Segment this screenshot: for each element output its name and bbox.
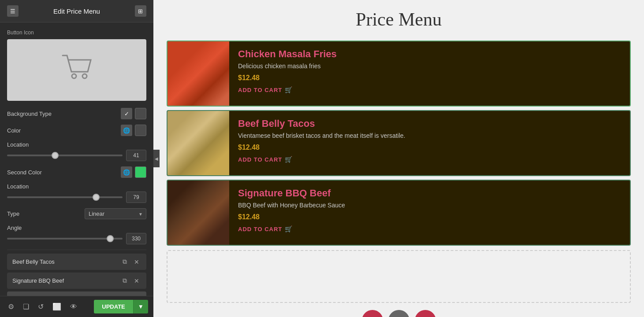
layers-icon-button[interactable]: ❏ [20, 301, 32, 313]
second-color-controls: 🌐 [121, 166, 146, 178]
button-icon-label: Button Icon [7, 29, 146, 36]
menu-item-name-1: Beef Belly Tacos [238, 118, 621, 129]
update-dropdown-button[interactable]: ▼ [133, 300, 148, 313]
second-location-label: Location [7, 183, 146, 190]
menu-item-desc-2: BBQ Beef with Honey Barbecue Sauce [238, 202, 621, 209]
background-type-row: Background Type ✓ [7, 108, 146, 119]
angle-value: 330 [126, 233, 146, 244]
list-item: Beef Belly Tacos ⧉ ✕ [7, 254, 146, 270]
main-content: Price Menu Chicken Masala Fries Deliciou… [153, 0, 644, 317]
background-type-controls: ✓ [121, 108, 146, 119]
location-slider-container: 41 [7, 150, 146, 161]
angle-slider-container: 330 [7, 233, 146, 244]
second-location-slider-container: 79 [7, 192, 146, 203]
history-icon-button[interactable]: ↺ [35, 301, 46, 313]
copy-item-0-button[interactable]: ⧉ [121, 257, 129, 266]
grid-icon: ⊞ [138, 8, 143, 15]
button-icon-preview [7, 39, 146, 101]
add-to-cart-2-button[interactable]: ADD TO CART [238, 225, 293, 232]
remove-item-1-button[interactable]: ✕ [132, 276, 141, 285]
angle-slider[interactable] [7, 238, 123, 240]
type-label: Type [7, 210, 19, 217]
second-color-swatch[interactable] [135, 166, 146, 178]
items-list: Beef Belly Tacos ⧉ ✕ Signature BBQ Beef … [7, 254, 146, 289]
panel-header: ☰ Edit Price Menu ⊞ [0, 0, 153, 22]
eye-icon-button[interactable]: 👁 [67, 301, 80, 313]
menu-icon: ☰ [10, 8, 15, 15]
angle-label: Angle [7, 225, 146, 231]
globe-button[interactable]: 🌐 [121, 125, 132, 136]
menu-item-details-2: Signature BBQ Beef BBQ Beef with Honey B… [229, 181, 630, 245]
add-item-button[interactable]: + ADD ITEM [7, 291, 146, 296]
grid-icon-button[interactable]: ⊞ [135, 5, 146, 17]
list-item: Signature BBQ Beef ⧉ ✕ [7, 273, 146, 289]
menu-item-img-2 [168, 181, 229, 245]
menu-icon-button[interactable]: ☰ [7, 5, 19, 17]
type-select-wrapper: Linear Radial [85, 208, 146, 219]
location-value: 41 [126, 150, 146, 161]
add-to-cart-0-button[interactable]: ADD TO CART [238, 86, 293, 93]
menu-item-desc-1: Vientamese beef brisket tacos and the me… [238, 132, 621, 139]
menu-item-desc-0: Delicious chicken masala fries [238, 63, 621, 70]
menu-item-card-0: Chicken Masala Fries Delicious chicken m… [167, 41, 631, 107]
menu-item-price-0: $12.48 [238, 74, 621, 82]
second-color-row: Second Color 🌐 [7, 166, 146, 178]
location-label: Location [7, 141, 146, 148]
panel-title: Edit Price Menu [53, 7, 100, 15]
second-globe-button[interactable]: 🌐 [121, 166, 132, 178]
menu-item-card-2: Signature BBQ Beef BBQ Beef with Honey B… [167, 180, 631, 246]
bg-type-swatch[interactable] [135, 108, 146, 119]
color-row: Color 🌐 [7, 125, 146, 136]
menu-item-price-1: $12.48 [238, 144, 621, 151]
type-select[interactable]: Linear Radial [85, 208, 146, 219]
fab-edit-button[interactable]: EK [415, 310, 436, 317]
device-icon-button[interactable]: ⬜ [50, 301, 64, 313]
update-btn-group: UPDATE ▼ [94, 300, 148, 313]
fab-add-button[interactable]: + [362, 310, 383, 317]
svg-point-0 [72, 74, 76, 78]
color-swatch[interactable] [135, 125, 146, 136]
background-type-label: Background Type [7, 111, 52, 117]
add-to-cart-1-button[interactable]: ADD TO CART [238, 156, 293, 163]
remove-item-0-button[interactable]: ✕ [132, 258, 141, 266]
panel-collapse-button[interactable]: ◀ [153, 150, 160, 167]
copy-item-1-button[interactable]: ⧉ [121, 276, 129, 285]
main-area: Price Menu Chicken Masala Fries Deliciou… [153, 0, 644, 317]
left-panel: ☰ Edit Price Menu ⊞ Button Icon [0, 0, 153, 317]
menu-item-img-0 [168, 41, 229, 106]
angle-row: Angle 330 [7, 225, 146, 244]
svg-point-1 [82, 74, 87, 78]
color-controls: 🌐 [121, 125, 146, 136]
fab-container: + ■ EK [167, 303, 631, 317]
check-button[interactable]: ✓ [121, 108, 132, 119]
menu-item-name-2: Signature BBQ Beef [238, 188, 621, 199]
color-label: Color [7, 127, 21, 134]
empty-drop-zone [167, 250, 631, 303]
settings-icon-button[interactable]: ⚙ [5, 301, 17, 313]
location-row: Location 41 [7, 141, 146, 161]
second-location-slider[interactable] [7, 196, 123, 198]
location-slider[interactable] [7, 155, 123, 156]
item-name-0: Beef Belly Tacos [12, 258, 117, 265]
menu-item-card-1: Beef Belly Tacos Vientamese beef brisket… [167, 110, 631, 176]
menu-item-details-1: Beef Belly Tacos Vientamese beef brisket… [229, 111, 630, 175]
menu-item-details-0: Chicken Masala Fries Delicious chicken m… [229, 41, 630, 106]
type-row: Type Linear Radial [7, 208, 146, 219]
menu-item-img-1 [168, 111, 229, 175]
panel-content: Button Icon Background Type ✓ [0, 22, 153, 296]
page-title: Price Menu [167, 9, 631, 30]
update-button[interactable]: UPDATE [94, 300, 133, 313]
fab-stop-button[interactable]: ■ [388, 310, 409, 317]
second-location-value: 79 [126, 192, 146, 203]
second-color-label: Second Color [7, 169, 42, 176]
panel-footer: ⚙ ❏ ↺ ⬜ 👁 UPDATE ▼ [0, 296, 153, 317]
second-location-row: Location 79 [7, 183, 146, 203]
cart-icon-preview [59, 52, 94, 88]
menu-item-name-0: Chicken Masala Fries [238, 48, 621, 60]
item-name-1: Signature BBQ Beef [12, 277, 117, 284]
menu-item-price-2: $12.48 [238, 213, 621, 221]
